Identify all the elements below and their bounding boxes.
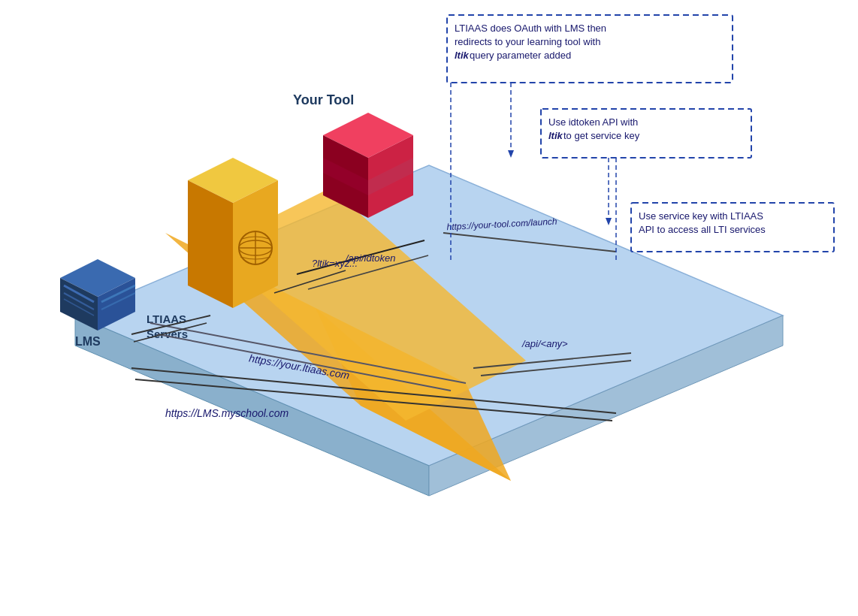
annotation-idtoken-2: ltik [548,130,563,141]
svg-marker-15 [188,180,233,308]
annotation-oauth-2: redirects to your learning tool with [455,36,600,47]
your-tool-label: Your Tool [293,92,354,107]
annotation-oauth-4: query parameter added [470,50,571,61]
annotation-oauth-3: ltik [455,50,470,61]
annotation-oauth: LTIAAS does OAuth with LMS then [455,23,606,34]
idtoken-api-label: /api/idtoken [345,252,396,264]
annotation-idtoken-3: to get service key [563,130,640,141]
svg-marker-28 [508,150,514,158]
lms-label: LMS [75,335,101,348]
svg-marker-31 [606,218,612,225]
ltiaas-servers-icon [188,158,278,308]
annotation-servicekey: Use service key with LTIAAS [639,210,763,222]
annotation-idtoken: Use idtoken API with [548,116,638,128]
lms-url-label: https://LMS.myschool.com [165,407,289,419]
any-api-label: /api/<any> [521,338,568,349]
diagram-container: LMS LTIAAS Servers [0,0,858,616]
your-tool-icon [323,113,413,218]
annotation-servicekey-2: API to access all LTI services [639,224,766,235]
